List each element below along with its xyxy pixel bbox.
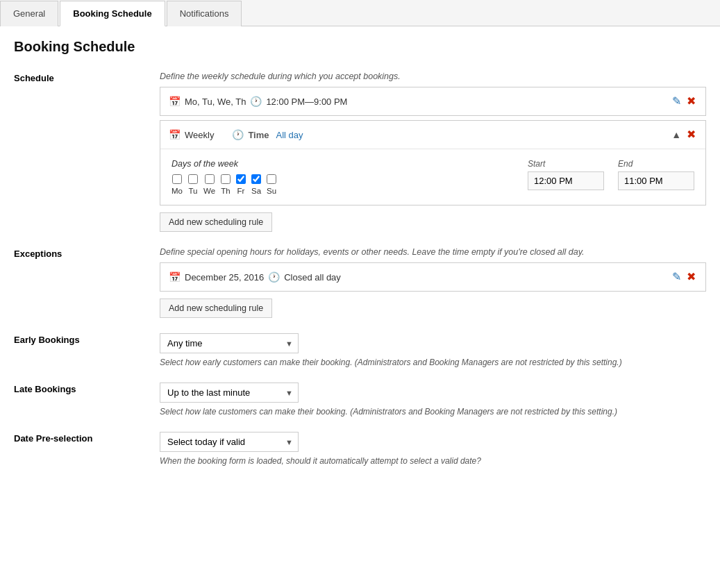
tab-notifications[interactable]: Notifications: [167, 1, 242, 26]
late-bookings-hint: Select how late customers can make their…: [160, 407, 706, 417]
late-bookings-label: Late Bookings: [14, 383, 160, 394]
schedule-rule-1-days: Mo, Tu, We, Th: [185, 96, 246, 107]
exception-rule-1-date: December 25, 2016: [185, 272, 264, 283]
time-section: Start End: [528, 159, 694, 190]
day-label-we: We: [203, 187, 215, 195]
day-label-tu: Tu: [188, 187, 197, 195]
schedule-description: Define the weekly schedule during which …: [160, 72, 706, 81]
exception-rule-1-edit-button[interactable]: ✎: [671, 270, 683, 284]
schedule-rule-1-edit-button[interactable]: ✎: [671, 94, 683, 108]
date-preselection-section: Date Pre-selection Select today if valid…: [14, 432, 706, 466]
early-bookings-select[interactable]: Any time 1 hour before 2 hours before 1 …: [160, 333, 299, 353]
schedule-rule-1: 📅 Mo, Tu, We, Th 🕐 12:00 PM—9:00 PM ✎ ✖: [160, 87, 706, 116]
schedule-rule-2-delete-button[interactable]: ✖: [685, 128, 697, 142]
days-section: Days of the week Mo Tu: [171, 159, 500, 195]
day-col-we: We: [203, 174, 215, 195]
schedule-rule-2-header-right: ▲ ✖: [670, 128, 697, 142]
clock-icon-1: 🕐: [250, 96, 262, 107]
schedule-rule-1-row: 📅 Mo, Tu, We, Th 🕐 12:00 PM—9:00 PM ✎ ✖: [160, 87, 705, 115]
schedule-rule-2-time-label: Time: [248, 130, 269, 140]
date-preselection-label: Date Pre-selection: [14, 432, 160, 444]
exceptions-section: Exceptions Define special opening hours …: [14, 247, 706, 318]
start-time-label: Start: [528, 159, 604, 169]
schedule-rule-2-recurrence: Weekly: [185, 130, 214, 140]
start-time-input[interactable]: [528, 171, 604, 190]
schedule-rule-1-actions: ✎ ✖: [671, 94, 697, 108]
early-bookings-field: Any time 1 hour before 2 hours before 1 …: [160, 333, 706, 367]
exceptions-description: Define special opening hours for holiday…: [160, 247, 706, 257]
day-checkbox-tu[interactable]: [188, 174, 198, 184]
day-label-sa: Sa: [251, 187, 261, 195]
late-bookings-select-wrap: Up to the last minute 1 hour before 2 ho…: [160, 383, 299, 403]
exception-rule-1-actions: ✎ ✖: [671, 270, 697, 284]
schedule-section: Schedule Define the weekly schedule duri…: [14, 72, 706, 232]
schedule-rule-2-allday-link[interactable]: All day: [276, 130, 303, 140]
page-title: Booking Schedule: [14, 39, 706, 55]
schedule-field: Define the weekly schedule during which …: [160, 72, 706, 232]
day-checkbox-su[interactable]: [267, 174, 276, 184]
day-col-fr: Fr: [236, 174, 246, 195]
schedule-rule-1-delete-button[interactable]: ✖: [685, 94, 697, 108]
date-preselection-hint: When the booking form is loaded, should …: [160, 456, 706, 466]
late-bookings-section: Late Bookings Up to the last minute 1 ho…: [14, 383, 706, 417]
schedule-rule-1-time: 12:00 PM—9:00 PM: [266, 96, 347, 107]
day-label-th: Th: [221, 187, 230, 195]
exceptions-add-rule-button[interactable]: Add new scheduling rule: [160, 299, 272, 318]
tabs-bar: General Booking Schedule Notifications: [0, 0, 720, 26]
clock-icon-exc-1: 🕐: [268, 271, 280, 283]
days-checkboxes: Mo Tu We: [171, 174, 500, 195]
exception-rule-1-row: 📅 December 25, 2016 🕐 Closed all day ✎ ✖: [160, 263, 705, 291]
exception-rule-1-delete-button[interactable]: ✖: [685, 270, 697, 284]
day-col-mo: Mo: [171, 174, 183, 195]
early-bookings-label: Early Bookings: [14, 333, 160, 345]
schedule-label: Schedule: [14, 72, 160, 83]
exception-rule-1-time: Closed all day: [284, 272, 341, 283]
day-col-su: Su: [267, 174, 276, 195]
schedule-rule-1-info: 📅 Mo, Tu, We, Th 🕐 12:00 PM—9:00 PM: [169, 96, 347, 107]
day-checkbox-fr[interactable]: [236, 174, 246, 184]
calendar-icon-2: 📅: [169, 129, 181, 140]
exceptions-label: Exceptions: [14, 247, 160, 259]
early-bookings-hint: Select how early customers can make thei…: [160, 358, 706, 367]
calendar-icon-exc-1: 📅: [169, 271, 181, 283]
clock-icon-2: 🕐: [232, 129, 244, 140]
day-checkbox-mo[interactable]: [172, 174, 182, 184]
exception-rule-1-info: 📅 December 25, 2016 🕐 Closed all day: [169, 271, 341, 283]
days-label: Days of the week: [171, 159, 500, 169]
tab-booking-schedule[interactable]: Booking Schedule: [60, 1, 165, 26]
late-bookings-select[interactable]: Up to the last minute 1 hour before 2 ho…: [160, 383, 299, 403]
tab-general[interactable]: General: [0, 1, 58, 26]
date-preselection-field: Select today if valid Do not pre-select …: [160, 432, 706, 466]
schedule-rule-2-header-left: 📅 Weekly 🕐 Time All day: [169, 129, 303, 140]
page-content: Booking Schedule Schedule Define the wee…: [0, 26, 720, 502]
start-time-field: Start: [528, 159, 604, 190]
schedule-rule-2: 📅 Weekly 🕐 Time All day ▲ ✖: [160, 120, 706, 205]
day-label-su: Su: [267, 187, 276, 195]
date-preselection-select[interactable]: Select today if valid Do not pre-select …: [160, 432, 299, 452]
exception-rule-1: 📅 December 25, 2016 🕐 Closed all day ✎ ✖: [160, 262, 706, 292]
end-time-field: End: [618, 159, 694, 190]
schedule-rule-2-collapse-button[interactable]: ▲: [670, 128, 683, 141]
day-label-mo: Mo: [171, 187, 183, 195]
page-wrap: General Booking Schedule Notifications B…: [0, 0, 720, 588]
end-time-input[interactable]: [618, 171, 694, 190]
calendar-icon-1: 📅: [169, 96, 181, 107]
schedule-add-rule-button[interactable]: Add new scheduling rule: [160, 212, 272, 232]
end-time-label: End: [618, 159, 694, 169]
day-col-th: Th: [221, 174, 231, 195]
late-bookings-field: Up to the last minute 1 hour before 2 ho…: [160, 383, 706, 417]
date-preselection-select-wrap: Select today if valid Do not pre-select …: [160, 432, 299, 452]
day-checkbox-we[interactable]: [205, 174, 215, 184]
day-col-sa: Sa: [251, 174, 261, 195]
day-checkbox-sa[interactable]: [251, 174, 261, 184]
exceptions-field: Define special opening hours for holiday…: [160, 247, 706, 318]
day-checkbox-th[interactable]: [221, 174, 231, 184]
schedule-rule-2-body: Days of the week Mo Tu: [160, 149, 705, 205]
early-bookings-section: Early Bookings Any time 1 hour before 2 …: [14, 333, 706, 367]
early-bookings-select-wrap: Any time 1 hour before 2 hours before 1 …: [160, 333, 299, 353]
day-label-fr: Fr: [237, 187, 245, 195]
schedule-rule-2-header: 📅 Weekly 🕐 Time All day ▲ ✖: [160, 121, 705, 149]
day-col-tu: Tu: [188, 174, 198, 195]
